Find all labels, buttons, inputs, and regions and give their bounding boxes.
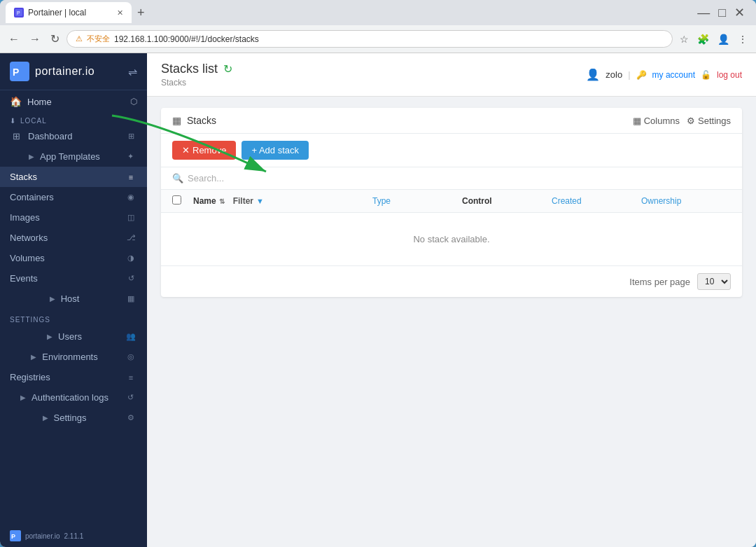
sidebar-item-stacks-label: Stacks	[10, 172, 37, 182]
page-title: Stacks list ↻	[161, 62, 232, 76]
sidebar-item-users[interactable]: ▶ Users 👥	[0, 326, 147, 347]
sidebar-item-dashboard-label: Dashboard	[28, 131, 73, 141]
sidebar-item-dashboard[interactable]: ⊞ Dashboard ⊞	[0, 126, 147, 146]
host-icon: ▦	[125, 294, 137, 303]
dashboard-icon: ⊞	[10, 131, 22, 141]
networks-icon: ⎇	[125, 233, 137, 242]
extensions-button[interactable]: 🧩	[694, 31, 712, 48]
my-account-link[interactable]: my account	[652, 70, 695, 80]
window-minimize-button[interactable]: —	[697, 6, 710, 19]
main-content: Stacks list ↻ Stacks 👤 zolo | 🔑 my accou…	[147, 53, 756, 547]
items-per-page-select[interactable]: 10 25 50	[697, 273, 731, 290]
svg-text:P: P	[17, 11, 20, 15]
sidebar-item-volumes-label: Volumes	[10, 253, 45, 263]
sidebar-item-events[interactable]: Events ↺	[0, 268, 147, 289]
sidebar-item-images[interactable]: Images ◫	[0, 207, 147, 228]
users-chevron: ▶	[47, 333, 52, 340]
select-all-checkbox[interactable]	[172, 195, 193, 207]
column-control: Control	[462, 196, 552, 206]
sidebar-home-item[interactable]: 🏠 Home ⬡	[0, 90, 147, 113]
url-display: 192.168.1.100:9000/#!/1/docker/stacks	[114, 34, 259, 44]
back-button[interactable]: ←	[6, 30, 22, 48]
browser-tab[interactable]: P Portainer | local ✕	[6, 2, 132, 23]
home-arrow-icon: ⬡	[130, 97, 137, 106]
environments-icon: ◎	[125, 352, 137, 361]
panel-settings-icon: ⚙	[687, 116, 695, 126]
column-type: Type	[372, 196, 462, 206]
columns-button[interactable]: ▦ Columns	[633, 116, 680, 126]
sidebar-item-containers[interactable]: Containers ◉	[0, 187, 147, 207]
window-close-button[interactable]: ✕	[734, 6, 745, 19]
content-area: ▦ Stacks ▦ Columns ⚙ Settings	[147, 97, 756, 547]
remove-button[interactable]: ✕ Remove	[172, 141, 236, 160]
containers-icon: ◉	[125, 193, 137, 202]
environments-chevron: ▶	[31, 353, 36, 361]
sidebar-item-containers-label: Containers	[10, 192, 54, 202]
sidebar-item-environments[interactable]: ▶ Environments ◎	[0, 347, 147, 367]
sidebar-item-environments-label: Environments	[42, 352, 97, 362]
sidebar: P portainer.io ⇌ 🏠 Home ⬡ ⬇ LOCAL ⊞ Dash…	[0, 53, 147, 547]
user-name: zolo	[606, 69, 622, 80]
home-label: Home	[27, 97, 52, 107]
refresh-icon[interactable]: ↻	[223, 62, 232, 76]
host-chevron: ▶	[50, 295, 55, 303]
select-all-input[interactable]	[172, 195, 181, 205]
filter-area: Filter ▼	[233, 196, 264, 206]
name-sort-icon[interactable]: ⇅	[219, 198, 225, 205]
logo-switch-icon[interactable]: ⇌	[128, 65, 137, 78]
sidebar-item-app-templates[interactable]: ▶ App Templates ✦	[0, 146, 147, 167]
sidebar-item-events-label: Events	[10, 273, 38, 284]
address-bar[interactable]: ⚠ 不安全 192.168.1.100:9000/#!/1/docker/sta…	[66, 30, 673, 48]
stacks-table-icon: ▦	[172, 115, 181, 126]
panel-settings-button[interactable]: ⚙ Settings	[687, 116, 731, 126]
user-area: 👤 zolo | 🔑 my account 🔓 log out	[586, 68, 742, 81]
reload-button[interactable]: ↻	[48, 29, 62, 48]
home-icon: 🏠	[10, 96, 22, 107]
images-icon: ◫	[125, 213, 137, 222]
footer-logo-icon: P	[10, 530, 21, 541]
sidebar-item-volumes[interactable]: Volumes ◑	[0, 248, 147, 268]
profile-button[interactable]: 👤	[715, 31, 732, 48]
table-footer: Items per page 10 25 50	[161, 265, 742, 297]
menu-button[interactable]: ⋮	[735, 31, 750, 48]
auth-logs-icon: ↺	[125, 393, 137, 402]
filter-icon[interactable]: ▼	[256, 197, 264, 205]
remove-icon: ✕	[182, 145, 190, 155]
sidebar-item-auth-logs-label: Authentication logs	[31, 392, 108, 403]
logout-link[interactable]: log out	[717, 70, 742, 80]
add-stack-button[interactable]: + Add stack	[241, 141, 309, 160]
app-templates-icon: ✦	[125, 152, 137, 161]
logo-text: portainer.io	[35, 65, 94, 78]
volumes-icon: ◑	[125, 254, 137, 263]
key-icon: 🔑	[636, 70, 647, 80]
sidebar-item-auth-logs[interactable]: ▶ Authentication logs ↺	[0, 387, 147, 408]
sidebar-item-registries[interactable]: Registries ≡	[0, 367, 147, 387]
sidebar-item-networks[interactable]: Networks ⎇	[0, 228, 147, 248]
user-icon: 👤	[586, 68, 600, 81]
settings-chevron: ▶	[43, 414, 48, 422]
sidebar-item-host[interactable]: ▶ Host ▦	[0, 289, 147, 309]
search-icon: 🔍	[172, 173, 183, 184]
sidebar-item-settings[interactable]: ▶ Settings ⚙	[0, 408, 147, 428]
svg-text:P: P	[13, 67, 19, 78]
sidebar-item-stacks[interactable]: Stacks ≡	[0, 167, 147, 187]
sidebar-footer: P portainer.io 2.11.1	[0, 525, 147, 547]
settings-section-label: SETTINGS	[0, 309, 147, 326]
window-maximize-button[interactable]: □	[718, 6, 726, 19]
column-created: Created	[552, 196, 641, 206]
table-header: Name ⇅ Filter ▼ Type	[161, 190, 742, 213]
stacks-panel-title: ▦ Stacks	[172, 115, 216, 126]
main-header: Stacks list ↻ Stacks 👤 zolo | 🔑 my accou…	[147, 53, 756, 97]
search-input[interactable]	[188, 173, 731, 184]
tab-close-button[interactable]: ✕	[117, 8, 123, 18]
forward-button[interactable]: →	[27, 30, 43, 48]
logo-icon: P	[10, 62, 29, 81]
sidebar-item-networks-label: Networks	[10, 233, 48, 243]
tab-title: Portainer | local	[28, 8, 86, 18]
bookmark-button[interactable]: ☆	[677, 31, 692, 48]
security-icon: ⚠	[76, 34, 83, 43]
columns-icon: ▦	[633, 116, 641, 126]
sidebar-logo[interactable]: P portainer.io ⇌	[0, 53, 147, 90]
security-label: 不安全	[87, 34, 110, 44]
new-tab-button[interactable]: +	[134, 6, 148, 20]
